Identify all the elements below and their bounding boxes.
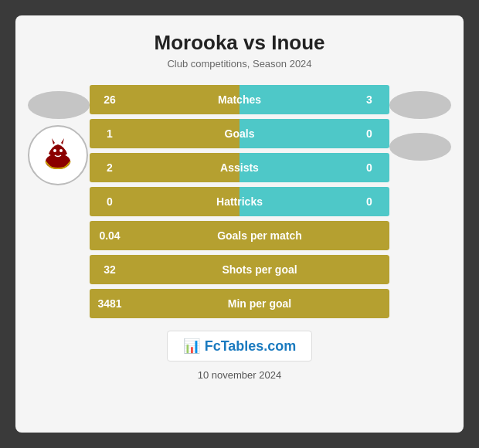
fctables-banner: 📊FcTables.com [31, 331, 448, 361]
stat-right-val-goals: 0 [349, 119, 389, 148]
stat-row-hattricks: 0Hattricks0 [90, 187, 389, 216]
stat-row-goals: 1Goals0 [90, 119, 389, 148]
stat-row-shots-per-goal: 32Shots per goal [90, 255, 389, 284]
stat-left-val-goals-per-match: 0.04 [90, 221, 130, 250]
svg-point-2 [53, 149, 56, 152]
stat-right-val-hattricks: 0 [349, 187, 389, 216]
stat-right-val-matches: 3 [349, 85, 389, 114]
team-logo [28, 125, 88, 185]
stat-left-val-assists: 2 [90, 153, 130, 182]
stat-row-goals-per-match: 0.04Goals per match [90, 221, 389, 250]
stat-label-shots-per-goal: Shots per goal [130, 255, 389, 284]
fctables-label: FcTables.com [205, 338, 297, 354]
stat-row-assists: 2Assists0 [90, 153, 389, 182]
stat-label-hattricks: Hattricks [130, 187, 349, 216]
stat-label-goals: Goals [130, 119, 349, 148]
stat-left-val-hattricks: 0 [90, 187, 130, 216]
stat-row-min-per-goal: 3481Min per goal [90, 289, 389, 318]
stat-row-matches: 26Matches3 [90, 85, 389, 114]
stat-left-val-shots-per-goal: 32 [90, 255, 130, 284]
stat-label-min-per-goal: Min per goal [130, 289, 389, 318]
stat-right-val-assists: 0 [349, 153, 389, 182]
stat-left-val-goals: 1 [90, 119, 130, 148]
svg-point-3 [59, 149, 63, 152]
left-oval-decor [28, 91, 90, 119]
stat-label-assists: Assists [130, 153, 349, 182]
fctables-icon: 📊 [183, 338, 200, 355]
stat-label-goals-per-match: Goals per match [130, 221, 389, 250]
page-subtitle: Club competitions, Season 2024 [31, 58, 448, 70]
card: Morooka vs Inoue Club competitions, Seas… [15, 15, 464, 433]
stat-label-matches: Matches [130, 85, 349, 114]
stat-left-val-matches: 26 [90, 85, 130, 114]
right-oval-decor-1 [389, 91, 451, 119]
stat-left-val-min-per-goal: 3481 [90, 289, 130, 318]
page-title: Morooka vs Inoue [31, 31, 448, 55]
footer-date: 10 november 2024 [31, 369, 448, 381]
fctables-box: 📊FcTables.com [167, 331, 313, 361]
right-oval-decor-2 [389, 133, 451, 161]
stats-rows: 26Matches31Goals02Assists00Hattricks00.0… [90, 85, 389, 318]
